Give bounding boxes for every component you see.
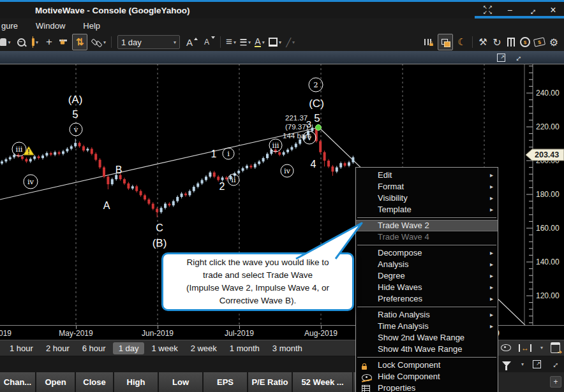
callout-line: Right click the wave you would like to [163,256,352,269]
left-right-icon: ↔ [521,344,529,352]
menu-item-ratio-analysis[interactable]: Ratio Analysis▸ [356,309,498,321]
column-header-low[interactable]: Low [159,372,204,392]
menu-item-properties[interactable]: Properties [356,382,498,392]
menu-item-edit[interactable]: Edit▸ [356,170,498,181]
pan-tool-button[interactable]: ▾ [2,34,12,50]
column-header-open[interactable]: Open [36,372,76,392]
bar-spacing-button[interactable]: ↔ [519,344,531,352]
scale-lock-button[interactable] [58,34,68,50]
svg-text:220.00: 220.00 [536,122,560,131]
maximize-pane-button[interactable]: ↔ [510,50,524,64]
timeframe-2-week[interactable]: 2 week [185,342,223,354]
link-button[interactable]: ▾ [91,34,106,50]
restore-icon: ↔ [524,3,539,18]
chart-pane-header[interactable]: ↗ ↔ [0,51,564,64]
candle-icon [32,38,34,46]
columns-button[interactable] [506,34,516,50]
submenu-arrow-icon: ▸ [490,321,493,332]
svg-text:A: A [103,200,110,211]
timeframe-select[interactable]: 1 day ▾ [117,35,180,49]
instruction-callout: Right click the wave you would like to t… [161,252,354,311]
columns-icon [507,38,515,47]
line-tool-button[interactable]: ╱▾ [285,34,295,50]
close-button[interactable]: × [547,4,559,16]
svg-text:ii: ii [231,175,236,184]
line-style-button[interactable]: ≡▾ [226,34,236,50]
popout-button[interactable]: ↗ [497,54,505,62]
svg-text:221.37: 221.37 [285,114,308,122]
money-button[interactable]: $ [534,34,545,50]
font-color-button[interactable]: A▾ [255,34,265,50]
svg-text:2: 2 [313,80,318,89]
fullscreen-button[interactable]: ↖↗↙↘ [482,4,494,16]
menu-item-show-4th-wave-range[interactable]: Show 4th Wave Range [356,344,498,355]
menu-item-time-analysis[interactable]: Time Analysis▸ [356,321,498,332]
timeframe-6-hour[interactable]: 6 hour [77,342,112,354]
chart-lock-button[interactable] [424,34,434,50]
bar-type-button[interactable]: ▾ [30,34,40,50]
filter-icon[interactable] [502,361,511,367]
menu-separator [357,307,496,307]
svg-text:203.43: 203.43 [535,150,559,159]
minimize-button[interactable]: − [504,4,516,16]
svg-text:(C): (C) [309,98,324,110]
zoom-out-icon [17,38,26,47]
timeframe-1-month[interactable]: 1 month [224,342,265,354]
menu-item-format[interactable]: Format▸ [356,181,498,192]
menu-item-analysis[interactable]: Analysis▸ [356,259,498,270]
menu-item-trade-wave-2[interactable]: Trade Wave 2 [356,220,498,231]
theme-button[interactable]: ☾ [457,34,467,50]
menu-item-hide-waves[interactable]: Hide Waves▸ [356,282,498,293]
zoom-out-button[interactable] [16,34,26,50]
menu-item-degree[interactable]: Degree▸ [356,270,498,282]
timeframe-3-month[interactable]: 3 month [267,342,308,354]
calendar-icon[interactable] [551,342,560,353]
eye-icon[interactable] [501,344,511,351]
minimize-icon: − [507,5,512,15]
column-header-chan[interactable]: Chan... [0,372,36,392]
menu-configure[interactable]: gure [0,21,27,31]
menu-item-show-2nd-wave-range[interactable]: Show 2nd Wave Range [356,332,498,344]
timeframe-2-hour[interactable]: 2 hour [40,342,75,354]
svg-text:240.00: 240.00 [536,89,560,98]
hand-icon [0,38,6,46]
menu-help[interactable]: Help [74,21,109,31]
callout-line: (Impulse Wave 2, Impulse Wave 4, or [163,282,352,294]
tools-button[interactable]: ⚒ [478,34,488,50]
column-header-high[interactable]: High [114,372,159,392]
svg-text:2: 2 [219,181,225,192]
refresh-button[interactable]: ↻ [492,34,502,50]
column-header-close[interactable]: Close [76,372,114,392]
auto-scale-button[interactable]: ⇅ [72,34,87,50]
menu-window[interactable]: Window [27,21,74,31]
menu-item-hide-component[interactable]: Hide Component [356,371,498,382]
menu-item-preferences[interactable]: Preferences▸ [356,293,498,305]
timeframe-1-hour[interactable]: 1 hour [4,342,39,354]
menu-item-lock-component[interactable]: Lock Component [356,359,498,371]
column-header-eps[interactable]: EPS [204,372,248,392]
time-sales-button[interactable]: $ [520,34,530,50]
submenu-arrow-icon: ▸ [490,293,493,305]
grid-style-button[interactable]: ▾ [240,34,251,50]
crosshair-icon: + [46,36,52,48]
font-decrease-button[interactable]: A [202,34,215,50]
date-label: May-2019 [59,329,93,338]
font-increase-button[interactable]: A [184,34,198,50]
main-toolbar: ▾ ▾ + ⇅ ▾ 1 day ▾ A A ≡▾ ▾ A▾ ▾ ╱▾ ☾ ⚒ ↻… [0,33,564,52]
column-header-52-week[interactable]: 52 Week ... [293,372,353,392]
restore-button[interactable]: ↔ [526,4,537,16]
settings-button[interactable]: ⚙ [549,34,559,50]
fill-color-button[interactable]: ▾ [269,34,281,50]
timeframe-1-day[interactable]: 1 day [113,342,145,354]
menu-item-template[interactable]: Template▸ [356,204,498,215]
menu-item-visibility[interactable]: Visibility▸ [356,192,498,204]
popout-table-button[interactable]: ↗ [533,360,541,368]
column-header-p-e-ratio[interactable]: P/E Ratio [248,372,293,392]
windows-button[interactable] [438,34,453,50]
crosshair-button[interactable]: + [44,34,54,50]
add-column-button[interactable]: + [550,376,561,388]
menu-item-decompose[interactable]: Decompose▸ [356,247,498,259]
svg-text:1: 1 [211,149,217,159]
timeframe-1-week[interactable]: 1 week [145,342,183,354]
pencil-icon: ╱ [286,38,291,47]
